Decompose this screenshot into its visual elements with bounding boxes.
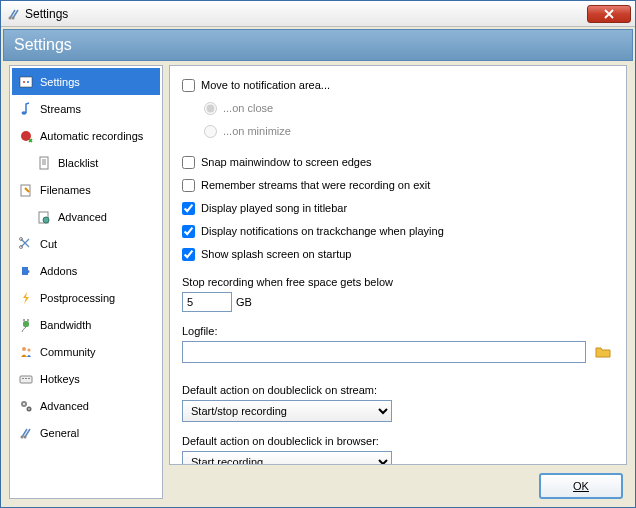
display-notif-label: Display notifications on trackchange whe…: [201, 225, 444, 237]
move-tray-row: Move to notification area...: [182, 76, 614, 94]
sidebar-item-advanced-sub[interactable]: Advanced: [12, 203, 160, 230]
record-icon: [18, 128, 34, 144]
sidebar-item-addons[interactable]: Addons: [12, 257, 160, 284]
settings-window: Settings Settings Settings Streams Autom…: [0, 0, 636, 508]
banner-title: Settings: [14, 36, 72, 54]
logfile-label: Logfile:: [182, 325, 614, 337]
close-button[interactable]: [587, 5, 631, 23]
sidebar: Settings Streams Automatic recordings Bl…: [9, 65, 163, 499]
svg-point-28: [28, 408, 30, 410]
sidebar-item-label: Addons: [40, 265, 77, 277]
freespace-unit: GB: [236, 296, 252, 308]
freespace-label: Stop recording when free space gets belo…: [182, 276, 614, 288]
splash-row: Show splash screen on startup: [182, 245, 614, 263]
svg-point-19: [22, 347, 26, 351]
sidebar-item-label: Advanced: [58, 211, 107, 223]
snap-row: Snap mainwindow to screen edges: [182, 153, 614, 171]
svg-rect-21: [20, 376, 32, 383]
remember-checkbox[interactable]: [182, 179, 195, 192]
freespace-input[interactable]: [182, 292, 232, 312]
sidebar-item-label: Bandwidth: [40, 319, 91, 331]
svg-rect-7: [40, 157, 48, 169]
footer: OK: [169, 465, 627, 499]
sidebar-item-bandwidth[interactable]: Bandwidth: [12, 311, 160, 338]
browse-button[interactable]: [592, 341, 614, 363]
display-song-row: Display played song in titlebar: [182, 199, 614, 217]
window-title: Settings: [25, 7, 587, 21]
move-tray-label: Move to notification area...: [201, 79, 330, 91]
sidebar-item-automatic[interactable]: Automatic recordings: [12, 122, 160, 149]
sidebar-item-label: General: [40, 427, 79, 439]
content: Settings Streams Automatic recordings Bl…: [1, 65, 635, 507]
sidebar-item-settings[interactable]: Settings: [12, 68, 160, 95]
move-tray-close-radio[interactable]: [204, 102, 217, 115]
document-icon: [36, 155, 52, 171]
move-tray-checkbox[interactable]: [182, 79, 195, 92]
svg-rect-16: [23, 321, 29, 327]
move-tray-min-radio[interactable]: [204, 125, 217, 138]
dbl-browser-row: Start recording: [182, 451, 614, 465]
sidebar-item-cut[interactable]: Cut: [12, 230, 160, 257]
move-tray-close-row: ...on close: [182, 99, 614, 117]
main-area: Move to notification area... ...on close…: [169, 65, 627, 499]
remember-row: Remember streams that were recording on …: [182, 176, 614, 194]
titlebar: Settings: [1, 1, 635, 27]
move-tray-min-label: ...on minimize: [223, 125, 291, 137]
tools-icon: [18, 425, 34, 441]
svg-rect-24: [28, 378, 30, 379]
banner: Settings: [3, 29, 633, 61]
sidebar-item-label: Blacklist: [58, 157, 98, 169]
splash-checkbox[interactable]: [182, 248, 195, 261]
freespace-row: GB: [182, 292, 614, 312]
move-tray-min-row: ...on minimize: [182, 122, 614, 140]
dbl-stream-row: Start/stop recording: [182, 400, 614, 422]
sidebar-item-label: Advanced: [40, 400, 89, 412]
logfile-input[interactable]: [182, 341, 586, 363]
svg-point-20: [27, 348, 30, 351]
ok-button[interactable]: OK: [539, 473, 623, 499]
svg-point-29: [21, 435, 24, 438]
snap-checkbox[interactable]: [182, 156, 195, 169]
dbl-browser-select[interactable]: Start recording: [182, 451, 392, 465]
logfile-row: [182, 341, 614, 363]
svg-point-0: [9, 16, 12, 19]
folder-icon: [595, 345, 611, 359]
app-icon: [7, 7, 21, 21]
settings-icon: [18, 74, 34, 90]
display-song-checkbox[interactable]: [182, 202, 195, 215]
display-notif-checkbox[interactable]: [182, 225, 195, 238]
sidebar-item-community[interactable]: Community: [12, 338, 160, 365]
sidebar-item-filenames[interactable]: Filenames: [12, 176, 160, 203]
svg-point-30: [24, 435, 27, 438]
display-song-label: Display played song in titlebar: [201, 202, 347, 214]
note-icon: [18, 101, 34, 117]
svg-point-1: [12, 16, 15, 19]
sidebar-item-label: Cut: [40, 238, 57, 250]
sidebar-item-hotkeys[interactable]: Hotkeys: [12, 365, 160, 392]
settings-panel: Move to notification area... ...on close…: [169, 65, 627, 465]
svg-rect-22: [22, 378, 24, 379]
gears-icon: [18, 398, 34, 414]
sidebar-item-label: Streams: [40, 103, 81, 115]
svg-point-13: [43, 217, 49, 223]
svg-point-26: [23, 403, 25, 405]
svg-point-3: [23, 81, 25, 83]
people-icon: [18, 344, 34, 360]
sidebar-item-postprocessing[interactable]: Postprocessing: [12, 284, 160, 311]
sidebar-item-label: Filenames: [40, 184, 91, 196]
svg-point-4: [27, 81, 29, 83]
svg-rect-2: [20, 77, 32, 87]
sidebar-item-advanced[interactable]: Advanced: [12, 392, 160, 419]
sidebar-item-streams[interactable]: Streams: [12, 95, 160, 122]
sidebar-item-general[interactable]: General: [12, 419, 160, 446]
sidebar-item-label: Automatic recordings: [40, 130, 143, 142]
sidebar-item-label: Hotkeys: [40, 373, 80, 385]
display-notif-row: Display notifications on trackchange whe…: [182, 222, 614, 240]
sidebar-item-label: Postprocessing: [40, 292, 115, 304]
file-gear-icon: [36, 209, 52, 225]
sidebar-item-blacklist[interactable]: Blacklist: [12, 149, 160, 176]
snap-label: Snap mainwindow to screen edges: [201, 156, 372, 168]
plug-icon: [18, 317, 34, 333]
sidebar-item-label: Community: [40, 346, 96, 358]
dbl-stream-select[interactable]: Start/stop recording: [182, 400, 392, 422]
